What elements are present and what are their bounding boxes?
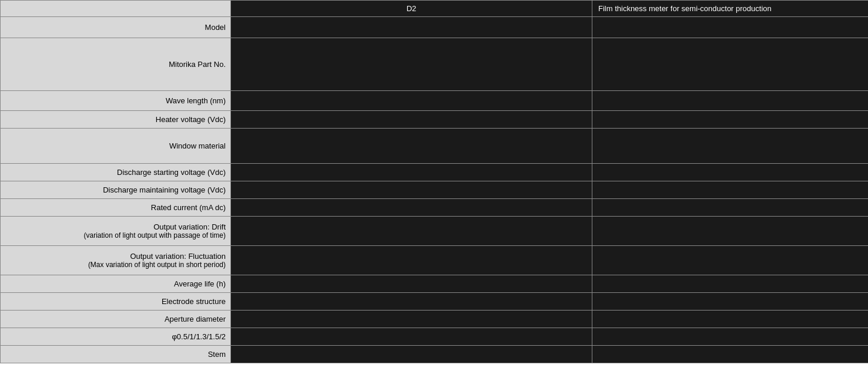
value-avg-life-d2 [231, 275, 592, 293]
label-phi: φ0.5/1/1.3/1.5/2 [1, 328, 231, 346]
value-phi-d2 [231, 328, 592, 346]
header-film: Film thickness meter for semi-conductor … [592, 1, 869, 17]
label-drift: Output variation: Drift (variation of li… [1, 217, 231, 246]
value-window-d2 [231, 129, 592, 164]
value-drift-d2 [231, 217, 592, 246]
value-electrode-d2 [231, 293, 592, 311]
spec-table: D2 Film thickness meter for semi-conduct… [0, 0, 868, 363]
value-rated-current-d2 [231, 199, 592, 217]
label-discharge-start: Discharge starting voltage (Vdc) [1, 164, 231, 181]
value-drift-film [592, 217, 869, 246]
value-discharge-maintain-film [592, 181, 869, 199]
label-fluctuation-multiline: Output variation: Fluctuation (Max varia… [4, 252, 226, 269]
label-fluctuation-line2: (Max variation of light output in short … [88, 261, 226, 269]
value-part-no-d2 [231, 38, 592, 91]
label-drift-line1: Output variation: Drift [153, 222, 226, 231]
value-model-film [592, 17, 869, 38]
label-fluctuation-line1: Output variation: Fluctuation [130, 252, 226, 261]
label-window: Window material [1, 129, 231, 164]
row-avg-life: Average life (h) [1, 275, 869, 293]
label-aperture: Aperture diameter [1, 311, 231, 328]
label-discharge-maintain: Discharge maintaining voltage (Vdc) [1, 181, 231, 199]
label-electrode: Electrode structure [1, 293, 231, 311]
row-stem: Stem [1, 346, 869, 363]
label-rated-current: Rated current (mA dc) [1, 199, 231, 217]
value-discharge-maintain-d2 [231, 181, 592, 199]
value-wavelength-d2 [231, 91, 592, 111]
label-fluctuation: Output variation: Fluctuation (Max varia… [1, 246, 231, 275]
row-drift: Output variation: Drift (variation of li… [1, 217, 869, 246]
header-row: D2 Film thickness meter for semi-conduct… [1, 1, 869, 17]
row-fluctuation: Output variation: Fluctuation (Max varia… [1, 246, 869, 275]
value-wavelength-film [592, 91, 869, 111]
label-heater: Heater voltage (Vdc) [1, 111, 231, 129]
label-part-no: Mitorika Part No. [1, 38, 231, 91]
label-model: Model [1, 17, 231, 38]
row-phi: φ0.5/1/1.3/1.5/2 [1, 328, 869, 346]
row-wavelength: Wave length (nm) [1, 91, 869, 111]
row-model: Model [1, 17, 869, 38]
label-avg-life: Average life (h) [1, 275, 231, 293]
value-window-film [592, 129, 869, 164]
value-discharge-start-d2 [231, 164, 592, 181]
header-d2: D2 [231, 1, 592, 17]
value-rated-current-film [592, 199, 869, 217]
row-electrode: Electrode structure [1, 293, 869, 311]
row-window: Window material [1, 129, 869, 164]
value-discharge-start-film [592, 164, 869, 181]
row-discharge-maintain: Discharge maintaining voltage (Vdc) [1, 181, 869, 199]
row-rated-current: Rated current (mA dc) [1, 199, 869, 217]
header-label-col [1, 1, 231, 17]
value-stem-film [592, 346, 869, 363]
value-model-d2 [231, 17, 592, 38]
value-heater-d2 [231, 111, 592, 129]
label-drift-line2: (variation of light output with passage … [84, 231, 226, 239]
value-aperture-film [592, 311, 869, 328]
value-stem-d2 [231, 346, 592, 363]
label-wavelength: Wave length (nm) [1, 91, 231, 111]
value-avg-life-film [592, 275, 869, 293]
row-part-no: Mitorika Part No. [1, 38, 869, 91]
label-stem: Stem [1, 346, 231, 363]
value-part-no-film [592, 38, 869, 91]
value-aperture-d2 [231, 311, 592, 328]
value-fluctuation-film [592, 246, 869, 275]
value-electrode-film [592, 293, 869, 311]
label-drift-multiline: Output variation: Drift (variation of li… [4, 222, 226, 239]
row-heater: Heater voltage (Vdc) [1, 111, 869, 129]
row-aperture: Aperture diameter [1, 311, 869, 328]
value-fluctuation-d2 [231, 246, 592, 275]
row-discharge-start: Discharge starting voltage (Vdc) [1, 164, 869, 181]
value-phi-film [592, 328, 869, 346]
value-heater-film [592, 111, 869, 129]
